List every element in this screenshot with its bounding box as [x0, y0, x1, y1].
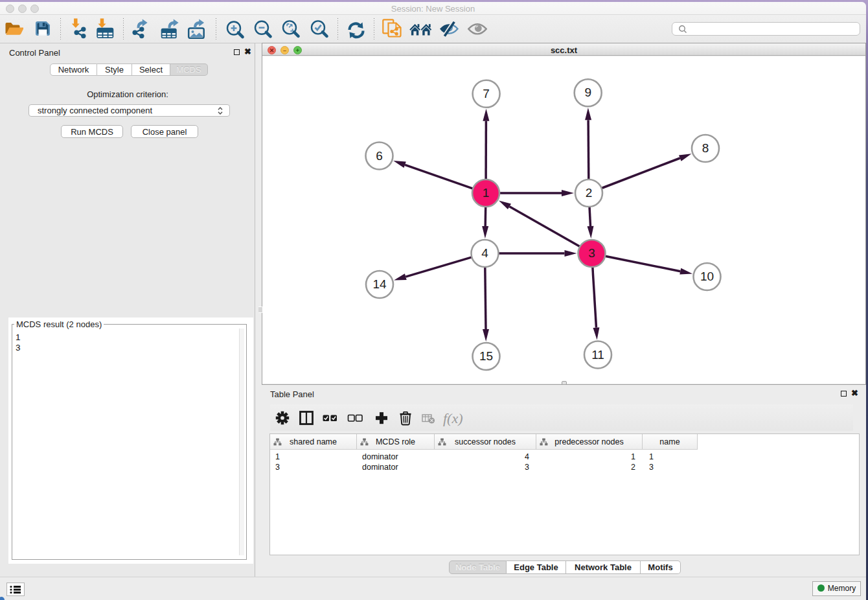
svg-text:2: 2	[586, 186, 593, 200]
svg-text:3: 3	[588, 246, 595, 260]
svg-text:8: 8	[702, 141, 709, 155]
svg-text:10: 10	[700, 270, 714, 283]
svg-text:14: 14	[372, 277, 387, 291]
svg-text:6: 6	[376, 149, 383, 163]
svg-text:4: 4	[481, 246, 488, 260]
svg-text:11: 11	[591, 348, 604, 362]
svg-text:1: 1	[483, 186, 490, 200]
svg-text:7: 7	[483, 87, 490, 100]
svg-text:15: 15	[479, 349, 493, 363]
svg-text:f(x): f(x)	[443, 410, 463, 426]
svg-text:9: 9	[584, 86, 591, 99]
